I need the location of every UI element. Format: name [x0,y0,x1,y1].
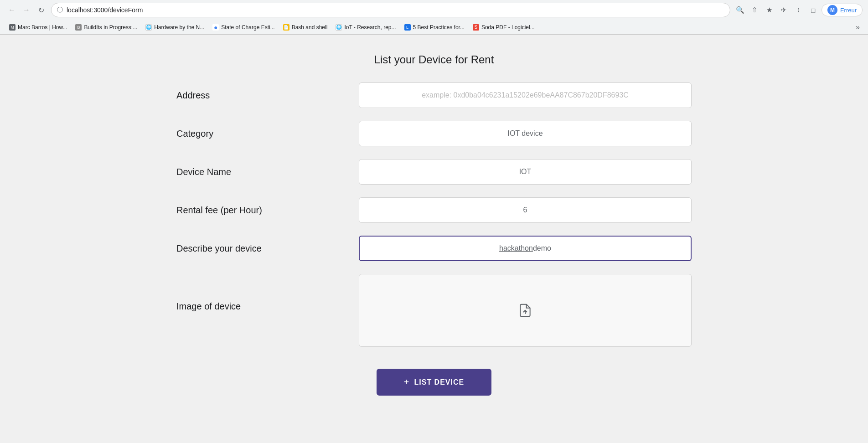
plus-icon: + [404,377,410,387]
bookmark-state[interactable]: ● State of Charge Esti... [209,23,278,32]
describe-hackathon: hackathon [499,244,533,252]
submit-row: + LIST DEVICE [176,364,692,396]
describe-textarea-wrapper[interactable]: hackathon demo [359,236,692,261]
rental-fee-input[interactable] [359,197,692,223]
share-icon-btn[interactable]: ⇧ [749,4,761,16]
address-row: Address [176,82,692,108]
upload-icon [518,303,532,318]
page-content: List your Device for Rent Address Catego… [0,35,868,443]
bookmark-label-buildits: BuildIts in Progress:... [84,24,137,31]
bookmark-hardware[interactable]: 🌐 Hardware by the N... [142,23,208,32]
menu-btn[interactable]: ⁝ [792,4,805,16]
bookmarks-bar: M Marc Barros | How... B BuildIts in Pro… [0,20,868,35]
device-name-row: Device Name [176,159,692,185]
search-icon-btn[interactable]: 🔍 [734,4,747,16]
bookmark-favicon-bash: 📄 [283,24,289,31]
bookmark-bash[interactable]: 📄 Bash and shell [279,23,331,32]
bookmark-label-bash: Bash and shell [292,24,328,31]
image-upload-area[interactable] [359,274,692,347]
browser-toolbar: ← → ↻ ⓘ localhost:3000/deviceForm 🔍 ⇧ ★ … [0,0,868,20]
address-input[interactable] [359,82,692,108]
category-label: Category [176,129,350,139]
upload-file-icon [518,303,532,318]
device-name-label: Device Name [176,167,350,177]
category-input[interactable] [359,121,692,146]
back-button[interactable]: ← [5,4,18,16]
category-row: Category [176,121,692,146]
bookmark-favicon-iot: 🌐 [336,24,342,31]
describe-row: Describe your device hackathon demo [176,236,692,261]
bookmark-label-soda: Soda PDF - Logiciel... [481,24,535,31]
rental-fee-label: Rental fee (per Hour) [176,205,350,216]
bookmark-favicon-state: ● [212,24,219,31]
bookmark-label-marc: Marc Barros | How... [18,24,67,31]
describe-label: Describe your device [176,243,350,254]
rental-fee-row: Rental fee (per Hour) [176,197,692,223]
address-label: Address [176,90,350,101]
page-title: List your Device for Rent [374,53,494,66]
device-name-input[interactable] [359,159,692,185]
bookmark-label-bestpractices: 5 Best Practices for... [413,24,465,31]
profile-label: Erreur [840,7,857,14]
bookmark-label-iot: IoT - Research, rep... [344,24,396,31]
bookmark-favicon-soda: S [473,24,479,31]
reload-button[interactable]: ↻ [35,4,47,16]
bookmark-favicon-hardware: 🌐 [145,24,152,31]
bookmark-star-btn[interactable]: ★ [763,4,776,16]
nav-buttons: ← → ↻ [5,4,47,16]
forward-button[interactable]: → [20,4,33,16]
toolbar-icons: 🔍 ⇧ ★ ✈ ⁝ □ M Erreur [734,4,863,16]
bookmark-favicon-buildits: B [75,24,82,31]
list-device-label: LIST DEVICE [414,378,465,386]
bookmark-label-hardware: Hardware by the N... [154,24,204,31]
image-row: Image of device [176,274,692,347]
bookmark-favicon-marc: M [9,24,16,31]
bookmark-buildits[interactable]: B BuildIts in Progress:... [72,23,141,32]
form-container: Address Category Device Name Rental fee … [176,82,692,396]
avatar: M [827,5,837,15]
bookmark-label-state: State of Charge Esti... [221,24,274,31]
bookmark-iot[interactable]: 🌐 IoT - Research, rep... [332,23,399,32]
bookmark-bestpractices[interactable]: L 5 Best Practices for... [401,23,468,32]
display-btn[interactable]: □ [807,4,820,16]
bookmark-marc[interactable]: M Marc Barros | How... [5,23,71,32]
list-device-button[interactable]: + LIST DEVICE [377,369,491,396]
bookmark-soda[interactable]: S Soda PDF - Logiciel... [469,23,538,32]
url-text: localhost:3000/deviceForm [67,6,724,14]
bookmarks-more[interactable]: » [853,22,863,33]
address-bar[interactable]: ⓘ localhost:3000/deviceForm [51,3,730,17]
browser-chrome: ← → ↻ ⓘ localhost:3000/deviceForm 🔍 ⇧ ★ … [0,0,868,35]
describe-rest: demo [533,244,551,252]
image-label: Image of device [176,274,350,312]
extensions-btn[interactable]: ✈ [778,4,790,16]
bookmark-favicon-bestpractices: L [404,24,411,31]
profile-button[interactable]: M Erreur [822,4,863,16]
lock-icon: ⓘ [57,6,63,14]
